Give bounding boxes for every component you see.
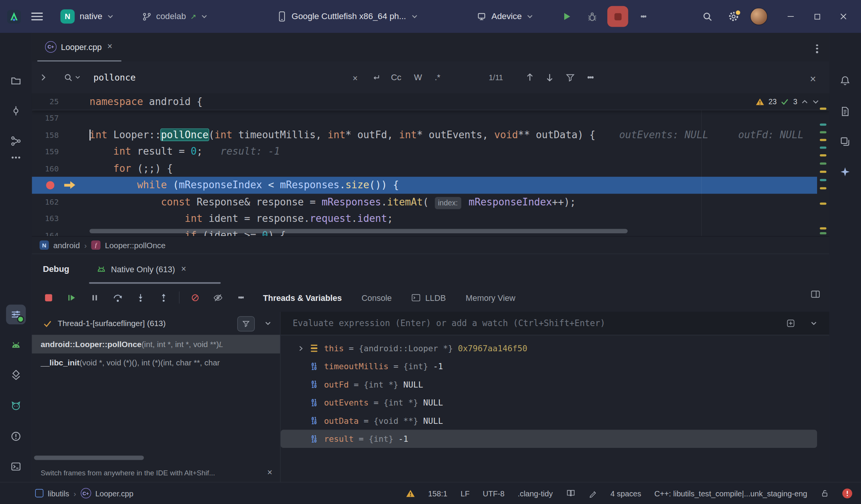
variable-row[interactable]: 01 10 timeoutMillis = {int} -1 [281,357,817,375]
window-close-button[interactable] [833,6,853,26]
highlighting-pen-icon[interactable] [588,489,597,498]
stop-button[interactable] [607,6,628,27]
breakpoint-gutter[interactable] [32,177,58,194]
thread-selector[interactable]: Thread-1-[surfaceflinger] (613) [32,312,280,336]
thread-filter-button[interactable] [237,316,255,331]
run-button[interactable] [557,6,577,26]
gutter[interactable] [59,143,90,160]
stop-process-button[interactable] [40,290,56,305]
horizontal-scrollbar[interactable] [34,456,144,460]
device-explorer-button[interactable] [835,102,855,121]
chevron-down-icon[interactable] [811,321,817,326]
match-case-toggle[interactable]: Cc [389,73,404,82]
more-actions-menu[interactable] [634,6,654,26]
gutter[interactable] [59,93,90,110]
session-close-icon[interactable]: × [180,263,187,275]
code-line[interactable]: 158 int Looper::pollOnce(int timeoutMill… [32,126,817,143]
debug-tool-button[interactable] [6,305,26,325]
resource-manager-button[interactable] [835,132,855,152]
regex-toggle[interactable]: .* [432,73,442,82]
notifications-button[interactable] [835,71,855,90]
disable-watches-button[interactable] [210,290,226,305]
running-devices-tool-button[interactable] [6,335,26,355]
breadcrumb-item[interactable]: Looper::pollOnce [105,241,166,249]
window-maximize-button[interactable] [807,6,827,26]
window-minimize-button[interactable] [781,6,801,26]
line-number[interactable]: 157 [32,110,58,127]
inspection-marks-strip[interactable] [819,93,827,236]
tab-lldb[interactable]: LLDB [411,293,446,302]
gutter[interactable] [59,177,90,194]
vcs-branch-widget[interactable]: codelab ↗ [142,11,207,21]
file-tab[interactable]: C+ Looper.cpp × [37,33,121,61]
indent-setting[interactable]: 4 spaces [610,489,641,498]
avatar[interactable] [750,8,768,25]
tab-memory-view[interactable]: Memory View [466,293,515,302]
variable-row[interactable]: 01 10 outFd = {int *} NULL [281,375,817,393]
gutter[interactable] [59,110,90,127]
next-match-button[interactable] [546,61,554,93]
close-search-icon[interactable]: × [809,61,817,95]
line-number[interactable]: 158 [32,126,58,143]
line-number[interactable]: 159 [32,143,58,160]
code-line[interactable]: 162 const Response& response = mResponse… [32,194,817,210]
module-breadcrumb[interactable]: libutils [48,489,69,498]
step-into-button[interactable] [133,290,148,305]
variable-row[interactable]: 01 10 outData = {void **} NULL [281,412,817,430]
variable-row[interactable]: 01 10 result = {int} -1 [281,430,817,448]
chevron-down-icon[interactable] [812,99,819,104]
file-breadcrumb[interactable]: Looper.cpp [95,489,134,498]
gutter[interactable] [59,194,90,210]
commit-tool-button[interactable] [6,101,26,121]
newline-toggle-icon[interactable] [371,73,380,82]
gemini-ai-button[interactable] [835,162,855,182]
clang-tidy-widget[interactable]: .clang-tidy [518,489,553,498]
settings-button[interactable] [724,6,744,26]
words-toggle[interactable]: W [412,73,424,82]
debug-options-menu[interactable] [233,290,249,305]
gutter[interactable] [59,227,90,236]
warning-icon[interactable] [406,489,415,498]
breadcrumb-item[interactable]: android [53,241,80,249]
debug-button[interactable] [582,6,602,26]
caret-position[interactable]: 158:1 [428,489,447,498]
stack-frame-row[interactable]: __libc_init(void *, void (*)(), int (*)(… [32,354,280,372]
layout-settings-button[interactable] [811,290,821,299]
stack-frame-row[interactable]: android::Looper::pollOnce(int, int *, in… [32,335,280,354]
terminal-tool-button[interactable] [6,457,26,477]
reader-mode-icon[interactable] [566,489,575,498]
unlock-icon[interactable] [821,488,829,498]
line-number[interactable]: 163 [32,210,58,227]
previous-match-button[interactable] [526,61,534,93]
add-watch-icon[interactable] [787,319,795,328]
resume-button[interactable] [64,290,79,305]
variable-row[interactable]: this = {android::Looper *} 0x7967aa146f5… [281,339,817,357]
error-notification-badge[interactable] [842,488,852,498]
expand-chevron-icon[interactable] [297,345,305,351]
gutter[interactable] [59,210,90,227]
search-filter-button[interactable] [566,61,575,93]
sticky-context-line[interactable]: 25 namespace android { 23 3 [32,93,829,110]
more-tool-windows-button[interactable] [6,150,26,165]
debug-window-title[interactable]: Debug [43,254,69,284]
horizontal-scrollbar[interactable] [89,229,628,233]
line-number[interactable]: 160 [32,160,58,177]
step-out-button[interactable] [156,290,171,305]
project-tool-button[interactable] [6,71,26,90]
chevron-up-icon[interactable] [801,99,808,104]
file-encoding[interactable]: UTF-8 [483,489,505,498]
project-selector[interactable]: N native [60,9,114,23]
code-line[interactable]: 160 for (;;) { [32,160,817,177]
chevron-down-icon[interactable] [265,321,271,326]
breakpoint-icon[interactable] [46,181,55,189]
line-number[interactable]: 25 [32,93,58,110]
search-options-menu[interactable] [587,61,593,93]
main-menu-icon[interactable] [31,11,43,22]
code-line[interactable]: 163 int ident = response.request.ident; [32,210,817,227]
execution-line[interactable]: while (mResponseIndex < mResponses.size(… [32,177,817,194]
dismiss-hint-icon[interactable]: × [266,467,274,478]
code-line[interactable]: 157 [32,110,817,127]
debug-session-tab[interactable]: Native Only (613) × [97,254,187,284]
clear-search-icon[interactable]: × [351,61,359,95]
pause-button[interactable] [87,290,102,305]
